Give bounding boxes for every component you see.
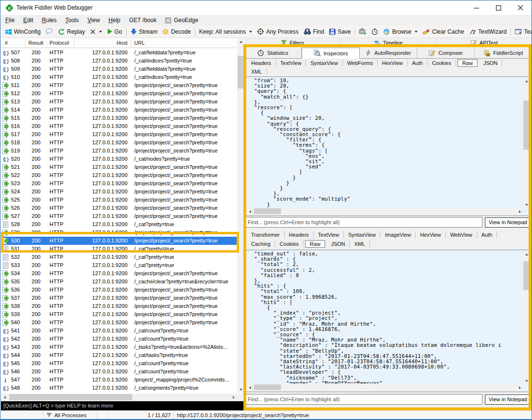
response-tab-webview[interactable]: WebView: [446, 231, 477, 238]
tab-fiddlerscript[interactable]: JSFiddlerScript: [475, 48, 532, 58]
close-button[interactable]: [509, 0, 532, 15]
session-list-hscrollbar[interactable]: [1, 394, 237, 401]
scroll-down-icon[interactable]: [523, 201, 530, 208]
menu-tools[interactable]: Tools: [61, 15, 83, 25]
keep-all-sessions-button[interactable]: Keep: All sessions: [197, 27, 254, 36]
session-row-513[interactable]: 513200HTTP127.0.0.1:9200/project/project…: [1, 98, 237, 106]
menu-get-book[interactable]: GET /book: [125, 15, 161, 25]
response-tab-syntaxview[interactable]: SyntaxView: [344, 231, 380, 238]
tab-autoresponder[interactable]: AutoResponder: [360, 48, 417, 58]
tab-composer[interactable]: Composer: [417, 48, 474, 58]
remove-icon-button[interactable]: [88, 28, 104, 36]
response-vscrollbar[interactable]: [523, 251, 530, 384]
chevron-down-icon[interactable]: [99, 31, 102, 33]
session-row-507[interactable]: {}json507200HTTP127.0.0.1:9200/_cat/fiel…: [1, 49, 237, 57]
session-row-533[interactable]: 533200HTTP127.0.0.1:9200/_cat?pretty=tru…: [1, 261, 237, 269]
scrollbar-thumb[interactable]: [254, 208, 281, 214]
session-row-548[interactable]: {}json548200HTTP127.0.0.1:9200/_cat/segm…: [1, 384, 237, 392]
scroll-up-icon[interactable]: [523, 77, 530, 85]
request-tab-hexview[interactable]: HexView: [378, 60, 407, 66]
tearoff-button[interactable]: Tearoff: [512, 27, 532, 36]
session-row-547[interactable]: i547200HTTP127.0.0.1:9200/project/_mappi…: [1, 376, 237, 384]
session-row-518[interactable]: 518200HTTP127.0.0.1:9200/project/project…: [1, 139, 237, 147]
tab-filters[interactable]: Filters: [244, 38, 340, 48]
session-row-514[interactable]: 514200HTTP127.0.0.1:9200/project/project…: [1, 106, 237, 114]
menu-file[interactable]: File: [1, 15, 19, 25]
comment-icon-button[interactable]: [43, 27, 55, 36]
session-row-527[interactable]: 527200HTTP127.0.0.1:9200/project/project…: [1, 212, 237, 220]
request-tab-auth[interactable]: Auth: [408, 60, 428, 66]
winconfig-button[interactable]: WinConfig: [2, 27, 43, 36]
menu-rules[interactable]: Rules: [38, 15, 61, 25]
session-row-544[interactable]: {}json544200HTTP127.0.0.1:9200/_cat/task…: [1, 351, 237, 359]
request-tab-syntaxview[interactable]: SyntaxView: [306, 60, 342, 66]
response-tab-hexview[interactable]: HexView: [416, 231, 445, 238]
textwizard-button[interactable]: TTextWizard: [467, 27, 509, 36]
decode-button[interactable]: Decode: [160, 27, 193, 36]
column-header-protocol[interactable]: Protocol: [50, 40, 69, 46]
request-tab-raw[interactable]: Raw: [457, 59, 478, 67]
session-row-516[interactable]: 516200HTTP127.0.0.1:9200/project/project…: [1, 122, 237, 130]
response-tab-json[interactable]: JSON: [327, 241, 350, 247]
stream-button[interactable]: Stream: [128, 27, 160, 36]
tab-timeline[interactable]: Timeline: [340, 38, 436, 48]
scrollbar-thumb[interactable]: [238, 56, 244, 89]
request-tab-textview[interactable]: TextView: [276, 60, 306, 66]
screenshot-icon-button[interactable]: [356, 27, 369, 36]
menu-geoedge[interactable]: GeoEdge: [161, 15, 203, 25]
response-tab-auth[interactable]: Auth: [477, 231, 497, 238]
chevron-down-icon[interactable]: [415, 31, 418, 33]
save-button[interactable]: Save: [327, 27, 353, 36]
view-in-notepad-button[interactable]: View in Notepad: [485, 395, 531, 405]
response-tab-imageview[interactable]: ImageView: [380, 231, 416, 238]
scrollbar-thumb[interactable]: [254, 384, 281, 390]
request-tab-webforms[interactable]: WebForms: [343, 60, 378, 66]
find-input[interactable]: [245, 217, 482, 228]
response-tab-raw[interactable]: Raw: [305, 240, 325, 248]
session-row-517[interactable]: 517200HTTP127.0.0.1:9200/project/project…: [1, 130, 237, 139]
session-row-541[interactable]: {}json541200HTTP127.0.0.1:9200/_cat/coun…: [1, 327, 237, 335]
session-row-537[interactable]: 537200HTTP127.0.0.1:9200/project/project…: [1, 294, 237, 302]
column-header-result[interactable]: Result: [28, 40, 43, 46]
scrollbar-thumb[interactable]: [523, 101, 530, 150]
session-row-545[interactable]: {}json545200HTTP127.0.0.1:9200/_cat/coun…: [1, 359, 237, 368]
response-tab-cookies[interactable]: Cookies: [275, 241, 304, 247]
process-filter[interactable]: All Processes: [43, 411, 97, 420]
tab-apitest[interactable]: APITest: [436, 38, 532, 48]
session-row-525[interactable]: 525200HTTP127.0.0.1:9200/project/project…: [1, 196, 237, 204]
view-in-notepad-button[interactable]: View in Notepad: [485, 217, 531, 228]
request-tab-headers[interactable]: Headers: [247, 60, 276, 66]
scroll-right-icon[interactable]: [230, 394, 237, 401]
session-row-543[interactable]: {}json543200HTTP127.0.0.1:9200/_tasks?pr…: [1, 343, 237, 351]
session-row-509[interactable]: {}json509200HTTP127.0.0.1:9200/_cat/fiel…: [1, 65, 237, 73]
scroll-left-icon[interactable]: [1, 394, 8, 401]
minimize-button[interactable]: [465, 0, 487, 15]
scroll-up-icon[interactable]: [523, 251, 530, 258]
menu-edit[interactable]: Edit: [19, 15, 38, 25]
column-header-host[interactable]: Host: [116, 40, 127, 46]
scroll-down-icon[interactable]: [523, 377, 530, 384]
column-header-url[interactable]: URL: [134, 40, 145, 46]
session-row-529[interactable]: 529200HTTP127.0.0.1:9200/project/project…: [1, 229, 237, 237]
session-row-519[interactable]: 519200HTTP127.0.0.1:9200/project/project…: [1, 147, 237, 155]
tab-statistics[interactable]: Statistics: [244, 48, 302, 58]
request-hscrollbar[interactable]: [246, 208, 523, 215]
replay-button[interactable]: Replay: [55, 27, 87, 36]
menu-help[interactable]: Help: [104, 15, 125, 25]
response-hscrollbar[interactable]: [246, 384, 523, 391]
session-row-512[interactable]: 512200HTTP127.0.0.1:9200/project/project…: [1, 89, 237, 98]
response-tab-xml[interactable]: XML: [350, 241, 370, 247]
maximize-button[interactable]: [487, 0, 509, 15]
scroll-down-icon[interactable]: [237, 386, 244, 393]
session-row-535[interactable]: 535200HTTP127.0.0.1:9200/_cache/clear?pr…: [1, 278, 237, 286]
session-row-528[interactable]: 528200HTTP127.0.0.1:9200/_cat?pretty=tru…: [1, 220, 237, 229]
request-tab-cookies[interactable]: Cookies: [428, 60, 456, 66]
session-row-522[interactable]: 522200HTTP127.0.0.1:9200/project/project…: [1, 171, 237, 179]
scrollbar-thumb[interactable]: [523, 261, 530, 290]
session-row-526[interactable]: 526200HTTP127.0.0.1:9200/project/project…: [1, 204, 237, 212]
session-row-540[interactable]: 540200HTTP127.0.0.1:9200/project/project…: [1, 318, 237, 327]
find-input[interactable]: [245, 394, 482, 405]
session-row-515[interactable]: 515200HTTP127.0.0.1:9200/project/project…: [1, 114, 237, 122]
session-row-536[interactable]: 536200HTTP127.0.0.1:9200/project/project…: [1, 286, 237, 294]
session-row-530[interactable]: 530200HTTP127.0.0.1:9200/project/project…: [1, 237, 237, 245]
